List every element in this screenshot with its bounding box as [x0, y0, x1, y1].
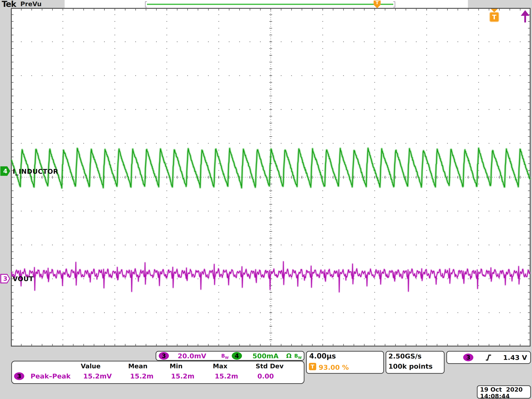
channel-4-scale: 500mA — [253, 352, 279, 360]
meas-header-mean: Mean — [128, 362, 147, 370]
meas-header-min: Min — [170, 362, 183, 370]
meas-header-stddev: Std Dev — [256, 362, 284, 370]
record-view-waveform-bar — [147, 4, 393, 5]
channel-3-bandwidth-icon: BW — [221, 353, 229, 360]
trigger-slope-icon — [485, 354, 492, 362]
channel-3-chip-number: 3 — [162, 352, 166, 359]
date-readout: 19 Oct 2020 — [480, 386, 523, 393]
meas-header-max: Max — [213, 362, 227, 370]
datetime-box: 19 Oct 2020 14:08:44 — [477, 385, 531, 399]
channel-3-trace-label: VOUT — [13, 275, 33, 283]
channel-4-trace-label: I_INDUCTOR — [13, 168, 58, 175]
sample-rate-readout: 2.50GS/s — [388, 352, 422, 360]
time-readout: 14:08:44 — [480, 393, 510, 399]
record-view-right-bracket — [393, 1, 395, 7]
trigger-level-arrow[interactable] — [521, 10, 530, 22]
trigger-position-badge[interactable]: T — [489, 9, 499, 22]
channel-3-chip: 3 — [159, 352, 169, 360]
trigger-level-arrow-head — [521, 10, 530, 16]
trigger-source-chip: 3 — [463, 354, 473, 361]
meas-row-mean: 15.2m — [130, 372, 153, 380]
meas-header-value: Value — [81, 362, 101, 370]
meas-row-channel-chip: 3 — [14, 372, 24, 380]
channel-4-chip: 4 — [232, 352, 242, 360]
trigger-source-number: 3 — [466, 354, 470, 361]
channel-4-coupling-icon: Ω — [286, 352, 292, 359]
trigger-badge-t: T — [492, 13, 497, 21]
meas-row-value: 15.2mV — [83, 372, 112, 380]
measurement-table-box[interactable]: Value Mean Min Max Std Dev 3 Peak–Peak 1… — [11, 361, 304, 384]
channel-3-marker[interactable]: 3 — [0, 274, 10, 283]
trigger-badge-shield: T — [489, 12, 499, 22]
trigger-settings-box[interactable]: 3 1.43 V — [446, 351, 531, 364]
channel-4-bandwidth-icon: BW — [294, 353, 302, 360]
oscilloscope-screen: { "header": { "logo": "Tek", "mode": "Pr… — [0, 0, 532, 399]
record-view-left-bracket — [145, 1, 147, 7]
acquisition-mode-label: PreVu — [20, 0, 42, 7]
channel-3-marker-inner: 3 — [1, 275, 9, 282]
timebase-readout: 4.00µs — [309, 352, 336, 360]
meas-row-name: Peak–Peak — [31, 372, 70, 380]
tek-logo: Tek — [2, 0, 16, 9]
trigger-position-icon-t: T — [311, 364, 314, 370]
graticule — [11, 8, 531, 347]
channel-3-marker-number: 3 — [3, 275, 7, 282]
trigger-position-readout: 93.00 % — [319, 364, 349, 371]
meas-row-channel-number: 3 — [17, 373, 21, 380]
trigger-badge-arrow-icon — [491, 9, 498, 12]
record-length-readout: 100k points — [388, 362, 433, 370]
channel-4-marker-number: 4 — [3, 168, 7, 175]
horizontal-settings-box[interactable]: 4.00µs T 93.00 % — [306, 351, 384, 374]
meas-row-max: 15.2m — [215, 372, 238, 380]
meas-row-min: 15.2m — [171, 372, 194, 380]
channel-scales-box[interactable]: 3 20.0mV BW 4 500mA Ω BW — [156, 351, 304, 361]
channel-3-scale: 20.0mV — [178, 352, 206, 360]
acquisition-info-box[interactable]: 2.50GS/s 100k points — [386, 351, 444, 374]
channel-4-marker[interactable]: 4 — [0, 166, 10, 176]
trigger-position-icon: T — [309, 363, 316, 370]
trigger-level-readout: 1.43 V — [503, 354, 527, 362]
meas-row-stddev: 0.00 — [257, 372, 274, 380]
channel-4-chip-number: 4 — [235, 352, 239, 359]
trigger-level-arrow-stem — [524, 16, 526, 22]
trigger-position-marker-t: T — [376, 0, 379, 5]
